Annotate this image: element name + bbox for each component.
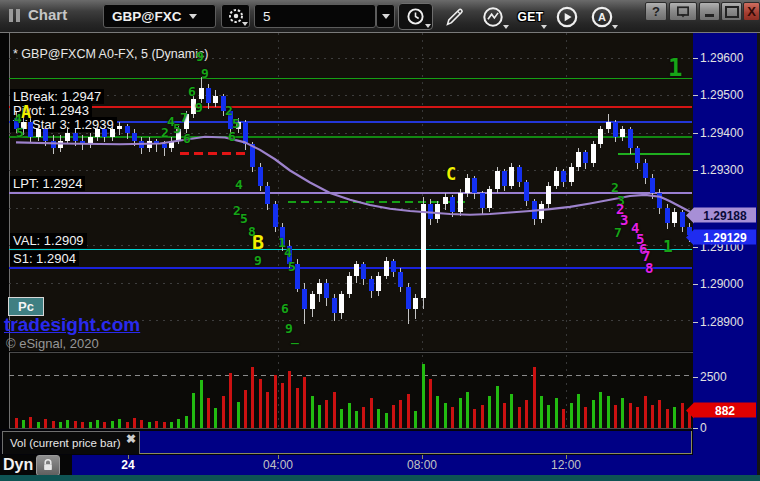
time-axis-label: 08:00 [407,458,437,472]
help-button[interactable]: ? [645,2,667,21]
close-icon: X [747,4,756,19]
minimize-icon [705,14,714,17]
symbol-value: GBP@FXC [112,9,181,24]
clock-icon [406,7,425,26]
restore-icon [676,6,690,18]
auto-a-button[interactable]: A [585,3,619,30]
titlebar: Chart GBP@FXC 5 [0,0,760,33]
chart-window: Dyn LBreak: 1.2947Pivot: 1.2943Tri-Star … [0,0,760,481]
maximize-icon [725,6,739,18]
chevron-down-icon [425,24,431,28]
get-data-button[interactable]: GET [513,3,548,30]
maximize-button[interactable] [721,2,742,21]
play-icon [556,6,578,28]
chevron-down-icon [612,25,618,29]
minimize-button[interactable] [699,2,720,21]
draw-pencil-button[interactable] [438,3,471,30]
svg-text:A: A [598,11,606,23]
time-axis-label: 12:00 [551,458,581,472]
pencil-icon [444,6,465,27]
candlestick-plot[interactable] [0,0,760,481]
vol-indicator-tab[interactable]: Vol (current price bar) ✖ [2,431,140,454]
chevron-down-icon [541,25,547,29]
time-interval-clock-button[interactable] [398,3,433,30]
time-axis-tick [278,455,279,459]
restore-button[interactable] [669,2,697,21]
tradesight-link[interactable]: tradesight.com [4,314,140,336]
help-icon: ? [652,4,660,19]
get-label: GET [517,10,543,24]
symbol-dropdown[interactable]: GBP@FXC [103,4,216,28]
interval-value: 5 [263,9,271,24]
close-button[interactable]: X [743,2,760,21]
zigzag-chart-icon [482,6,504,28]
chart-app-icon [9,9,23,22]
a-circle-icon: A [591,6,613,28]
play-button[interactable] [551,3,583,30]
chevron-down-icon [189,14,197,19]
line-study-button[interactable] [475,3,510,30]
settings-gear-button[interactable] [221,4,250,28]
time-axis-tick [566,455,567,459]
interval-input[interactable]: 5 [254,4,376,28]
chevron-down-icon [242,22,248,26]
chevron-down-icon [503,25,509,29]
time-axis-tick [422,455,423,459]
time-axis-label: 24 [121,458,134,472]
time-axis-tick [128,455,129,459]
time-axis-label: 04:00 [263,458,293,472]
interval-dropdown-button[interactable] [376,4,395,28]
window-title: Chart [28,6,67,23]
vol-tab-close-icon[interactable]: ✖ [126,432,136,446]
chevron-down-icon [382,14,390,19]
vol-tab-label: Vol (current price bar) [10,437,121,449]
